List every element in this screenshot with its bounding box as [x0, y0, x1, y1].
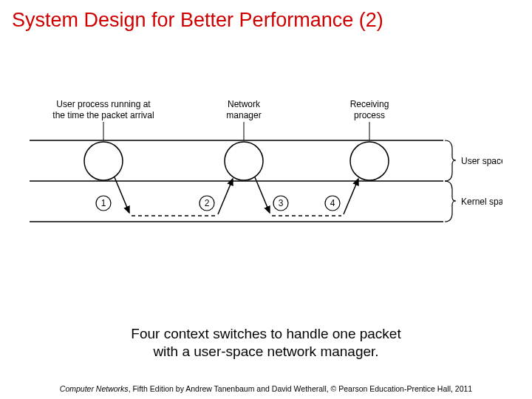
arrow-step-2	[218, 179, 233, 214]
label-receiving-process-line2: process	[354, 110, 385, 120]
slide-title: System Design for Better Performance (2)	[0, 0, 532, 32]
context-switch-diagram: User process running at the time the pac…	[30, 96, 502, 259]
step-number-3: 3	[279, 198, 284, 208]
arrow-step-3	[255, 177, 270, 213]
footer-book-title: Computer Networks	[60, 384, 129, 393]
label-user-process-line2: the time the packet arrival	[52, 110, 154, 120]
label-network-manager-line2: manager	[226, 110, 261, 120]
label-network-manager: Network	[228, 99, 261, 109]
brace-kernel-space	[445, 181, 456, 222]
label-kernel-space: Kernel space	[461, 197, 502, 207]
circle-user-process	[84, 142, 123, 180]
label-user-space: User space	[461, 156, 502, 166]
slide-caption: Four context switches to handle one pack…	[0, 325, 532, 361]
label-receiving-process: Receiving	[350, 99, 389, 109]
caption-line-1: Four context switches to handle one pack…	[131, 326, 400, 341]
footer-rest: , Fifth Edition by Andrew Tanenbaum and …	[129, 384, 473, 393]
brace-user-space	[445, 140, 456, 181]
arrow-step-4	[344, 179, 358, 214]
step-number-4: 4	[330, 198, 335, 208]
arrow-step-1	[115, 177, 129, 213]
step-number-2: 2	[205, 198, 210, 208]
circle-network-manager	[225, 142, 263, 180]
circle-receiving-process	[350, 142, 389, 180]
step-number-1: 1	[101, 198, 106, 208]
label-user-process: User process running at	[56, 99, 151, 109]
caption-line-2: with a user-space network manager.	[153, 344, 378, 359]
slide-footer: Computer Networks, Fifth Edition by Andr…	[0, 384, 532, 393]
